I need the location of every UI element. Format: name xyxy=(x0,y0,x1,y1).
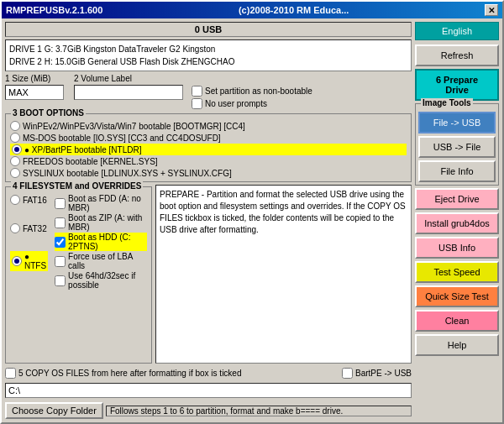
prepare-text-box: PREPARE - Partition and format the selec… xyxy=(155,185,412,364)
prepare-drive-button[interactable]: 6 Prepare Drive xyxy=(415,69,499,101)
test-speed-button[interactable]: Test Speed xyxy=(415,261,499,283)
volume-label: 2 Volume Label xyxy=(74,74,183,83)
size-group: 1 Size (MiB) xyxy=(5,74,64,100)
folder-path-input[interactable] xyxy=(5,383,412,398)
title-left: RMPREPUSBv.2.1.600 xyxy=(6,5,102,15)
file-to-usb-button[interactable]: File -> USB xyxy=(418,112,496,133)
fs-radio-options: FAT16 FAT32 ● NTFS xyxy=(10,194,48,290)
boot-options-list: WinPEv2/WinPEv3/Vista/Win7 bootable [BOO… xyxy=(10,120,407,179)
bartpe-checkbox[interactable] xyxy=(342,368,353,379)
radio-3[interactable] xyxy=(10,156,20,166)
quick-size-test-button[interactable]: Quick Size Test xyxy=(415,285,499,307)
boot-options-title: 3 BOOT OPTIONS xyxy=(11,108,86,118)
copy-os-label[interactable]: 5 COPY OS FILES from here after formatti… xyxy=(5,368,241,379)
help-button[interactable]: Help xyxy=(415,334,499,356)
folder-path-row xyxy=(5,383,412,398)
boot-option-3[interactable]: FREEDOS bootable [KERNEL.SYS] xyxy=(10,155,407,167)
fs-gap1 xyxy=(10,207,48,222)
drives-section: DRIVE 1 G: 3.7GiB Kingston DataTraveler … xyxy=(5,39,412,71)
drive1-text: DRIVE 1 G: 3.7GiB Kingston DataTraveler … xyxy=(9,43,407,55)
radio-1[interactable] xyxy=(10,133,20,143)
filesystem-layout: FAT16 FAT32 ● NTFS xyxy=(10,194,147,290)
boot-zip-label[interactable]: Boot as ZIP (A: with MBR) xyxy=(55,213,147,232)
filesystem-title: 4 FILESYSTEM and OVERRIDES xyxy=(11,181,143,191)
size-input[interactable] xyxy=(5,85,64,100)
radio-2[interactable] xyxy=(12,144,22,154)
volume-group: 2 Volume Label xyxy=(74,74,183,100)
title-bar: RMPREPUSBv.2.1.600 (c)2008-2010 RM Educa… xyxy=(2,2,502,18)
volume-input[interactable] xyxy=(74,85,183,100)
boot-fdd-checkbox[interactable] xyxy=(55,198,66,209)
bartpe-row: BartPE -> USB xyxy=(342,368,412,379)
boot-hdd-label[interactable]: Boot as HDD (C: 2PTNS) xyxy=(55,233,147,251)
force-lba-checkbox[interactable] xyxy=(55,256,66,267)
no-user-prompts-checkbox[interactable] xyxy=(192,98,202,109)
filesystem-section: 4 FILESYSTEM and OVERRIDES FAT16 FAT32 xyxy=(5,186,152,364)
use-64hd-label[interactable]: Use 64hd/32sec if possible xyxy=(55,271,147,290)
footer-row: Choose Copy Folder Follows steps 1 to 6 … xyxy=(5,402,412,419)
usb-to-file-button[interactable]: USB -> File xyxy=(418,136,496,158)
set-partition-checkbox[interactable] xyxy=(192,86,202,97)
copy-os-checkbox[interactable] xyxy=(5,368,16,379)
boot-option-0[interactable]: WinPEv2/WinPEv3/Vista/Win7 bootable [BOO… xyxy=(10,120,407,132)
copy-os-row: 5 COPY OS FILES from here after formatti… xyxy=(5,368,412,379)
size-label: 1 Size (MiB) xyxy=(5,74,64,83)
right-panel: English Refresh 6 Prepare Drive Image To… xyxy=(415,22,499,419)
radio-fat32[interactable] xyxy=(10,223,20,233)
main-area: 0 USB DRIVE 1 G: 3.7GiB Kingston DataTra… xyxy=(2,18,502,422)
fs-fat32[interactable]: FAT32 xyxy=(10,222,48,234)
step-text: Follows steps 1 to 6 to partition, forma… xyxy=(106,406,412,416)
boot-option-1[interactable]: MS-DOS bootable [IO.SYS] [CC3 and CC4DOS… xyxy=(10,132,407,144)
prepare-text: PREPARE - Partition and format the selec… xyxy=(160,189,407,236)
radio-ntfs[interactable] xyxy=(12,256,22,266)
clean-button[interactable]: Clean xyxy=(415,310,499,332)
fs-ntfs[interactable]: ● NTFS xyxy=(10,251,48,271)
boot-fdd-label[interactable]: Boot as FDD (A: no MBR) xyxy=(55,194,147,212)
left-panel: 0 USB DRIVE 1 G: 3.7GiB Kingston DataTra… xyxy=(5,22,412,419)
radio-fat16[interactable] xyxy=(10,195,20,205)
no-user-prompts-label[interactable]: No user prompts xyxy=(192,98,312,109)
set-partition-label[interactable]: Set partition as non-bootable xyxy=(192,86,312,97)
language-selector[interactable]: English xyxy=(415,22,499,40)
boot-option-2[interactable]: ● XP/BartPE bootable [NTLDR] xyxy=(10,144,407,155)
usb-info-button[interactable]: USB Info xyxy=(415,237,499,259)
radio-4[interactable] xyxy=(10,168,20,178)
image-tools-title: Image Tools xyxy=(421,98,473,107)
force-lba-label[interactable]: Force use of LBA calls xyxy=(55,252,147,270)
boot-zip-checkbox[interactable] xyxy=(55,217,66,228)
fs-fat16[interactable]: FAT16 xyxy=(10,194,48,206)
title-right: (c)2008-2010 RM Educa... xyxy=(239,5,349,15)
boot-option-4[interactable]: SYSLINUX bootable [LDLINUX.SYS + SYSLINU… xyxy=(10,167,407,179)
close-button[interactable]: ✕ xyxy=(485,4,498,16)
boot-hdd-checkbox[interactable] xyxy=(55,237,66,248)
install-grub4dos-button[interactable]: Install grub4dos xyxy=(415,212,499,234)
boot-options-section: 3 BOOT OPTIONS WinPEv2/WinPEv3/Vista/Win… xyxy=(5,113,412,182)
partition-checkboxes: Set partition as non-bootable No user pr… xyxy=(192,86,312,109)
choose-copy-folder-button[interactable]: Choose Copy Folder xyxy=(5,402,103,419)
image-tools-section: Image Tools File -> USB USB -> File File… xyxy=(415,103,499,186)
fs-sub-options: Boot as FDD (A: no MBR) Boot as ZIP (A: … xyxy=(55,194,147,290)
refresh-button[interactable]: Refresh xyxy=(415,44,499,66)
use-64hd-checkbox[interactable] xyxy=(55,275,66,286)
file-info-button[interactable]: File Info xyxy=(418,160,496,182)
radio-0[interactable] xyxy=(10,121,20,131)
drive2-text: DRIVE 2 H: 15.0GiB General USB Flash Dis… xyxy=(9,55,407,68)
main-window: RMPREPUSBv.2.1.600 (c)2008-2010 RM Educa… xyxy=(0,0,504,424)
size-volume-row: 1 Size (MiB) 2 Volume Label Set partitio… xyxy=(5,74,412,109)
eject-drive-button[interactable]: Eject Drive xyxy=(415,188,499,210)
bottom-panels: 4 FILESYSTEM and OVERRIDES FAT16 FAT32 xyxy=(5,185,412,364)
fs-gap2 xyxy=(10,235,48,250)
usb-header: 0 USB xyxy=(5,22,412,37)
